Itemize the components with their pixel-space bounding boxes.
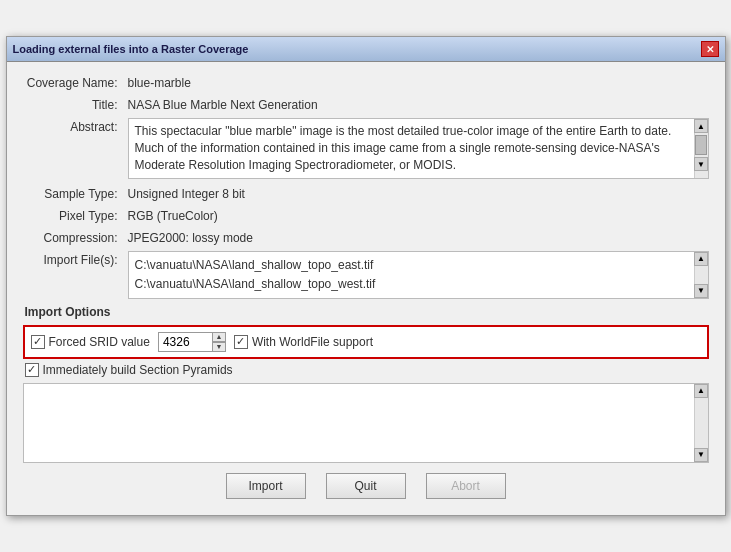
- files-scroll-up[interactable]: ▲: [694, 252, 708, 266]
- import-file-1: C:\vanuatu\NASA\land_shallow_topo_east.t…: [135, 256, 688, 275]
- abstract-wrapper: This spectacular "blue marble" image is …: [128, 118, 709, 178]
- abort-button[interactable]: Abort: [426, 473, 506, 499]
- import-options-section: Import Options ✓ Forced SRID value 4326 …: [23, 305, 709, 377]
- log-scrollbar[interactable]: ▲ ▼: [694, 384, 708, 462]
- abstract-row: Abstract: This spectacular "blue marble"…: [23, 118, 709, 178]
- pyramids-label: Immediately build Section Pyramids: [43, 363, 233, 377]
- close-button[interactable]: ✕: [701, 41, 719, 57]
- import-button[interactable]: Import: [226, 473, 306, 499]
- log-scroll-up[interactable]: ▲: [694, 384, 708, 398]
- pixel-type-row: Pixel Type: RGB (TrueColor): [23, 207, 709, 223]
- log-scroll-down[interactable]: ▼: [694, 448, 708, 462]
- window-title: Loading external files into a Raster Cov…: [13, 43, 249, 55]
- srid-spinner[interactable]: ▲ ▼: [212, 332, 226, 352]
- log-area: [24, 384, 694, 462]
- main-window: Loading external files into a Raster Cov…: [6, 36, 726, 516]
- srid-group: 4326 ▲ ▼: [158, 332, 226, 352]
- pyramids-checkbox[interactable]: ✓: [25, 363, 39, 377]
- sample-type-value: Unsigned Integer 8 bit: [128, 185, 709, 201]
- srid-input[interactable]: 4326: [158, 332, 213, 352]
- forced-srid-checkbox[interactable]: ✓: [31, 335, 45, 349]
- compression-label: Compression:: [23, 229, 128, 245]
- import-files-text: C:\vanuatu\NASA\land_shallow_topo_east.t…: [129, 252, 694, 298]
- compression-row: Compression: JPEG2000: lossy mode: [23, 229, 709, 245]
- worldfile-checkbox[interactable]: ✓: [234, 335, 248, 349]
- scroll-thumb[interactable]: [695, 135, 707, 155]
- import-file-2: C:\vanuatu\NASA\land_shallow_topo_west.t…: [135, 275, 688, 294]
- import-files-wrapper: C:\vanuatu\NASA\land_shallow_topo_east.t…: [128, 251, 709, 299]
- compression-value: JPEG2000: lossy mode: [128, 229, 709, 245]
- log-area-wrapper: ▲ ▼: [23, 383, 709, 463]
- title-value: NASA Blue Marble Next Generation: [128, 96, 709, 112]
- pixel-type-label: Pixel Type:: [23, 207, 128, 223]
- pixel-type-value: RGB (TrueColor): [128, 207, 709, 223]
- import-files-label: Import File(s):: [23, 251, 128, 267]
- dialog-content: Coverage Name: blue-marble Title: NASA B…: [7, 62, 725, 515]
- import-files-row: Import File(s): C:\vanuatu\NASA\land_sha…: [23, 251, 709, 299]
- files-scroll-down[interactable]: ▼: [694, 284, 708, 298]
- scroll-up-arrow[interactable]: ▲: [694, 119, 708, 133]
- import-options-row: ✓ Forced SRID value 4326 ▲ ▼ ✓ With Worl…: [23, 325, 709, 359]
- forced-srid-label: Forced SRID value: [49, 335, 150, 349]
- import-options-label: Import Options: [25, 305, 709, 319]
- abstract-text: This spectacular "blue marble" image is …: [129, 119, 694, 177]
- worldfile-label: With WorldFile support: [252, 335, 373, 349]
- title-bar: Loading external files into a Raster Cov…: [7, 37, 725, 62]
- import-files-scrollbar[interactable]: ▲ ▼: [694, 252, 708, 298]
- scroll-down-arrow[interactable]: ▼: [694, 157, 708, 171]
- sample-type-label: Sample Type:: [23, 185, 128, 201]
- sample-type-row: Sample Type: Unsigned Integer 8 bit: [23, 185, 709, 201]
- srid-spinner-up[interactable]: ▲: [212, 332, 226, 342]
- worldfile-item: ✓ With WorldFile support: [234, 335, 373, 349]
- quit-button[interactable]: Quit: [326, 473, 406, 499]
- pyramids-row: ✓ Immediately build Section Pyramids: [25, 363, 709, 377]
- title-row: Title: NASA Blue Marble Next Generation: [23, 96, 709, 112]
- coverage-name-value: blue-marble: [128, 74, 709, 90]
- srid-spinner-down[interactable]: ▼: [212, 342, 226, 352]
- button-row: Import Quit Abort: [23, 473, 709, 503]
- forced-srid-item: ✓ Forced SRID value: [31, 335, 150, 349]
- coverage-name-row: Coverage Name: blue-marble: [23, 74, 709, 90]
- abstract-scrollbar[interactable]: ▲ ▼: [694, 119, 708, 177]
- coverage-name-label: Coverage Name:: [23, 74, 128, 90]
- abstract-label: Abstract:: [23, 118, 128, 134]
- title-label: Title:: [23, 96, 128, 112]
